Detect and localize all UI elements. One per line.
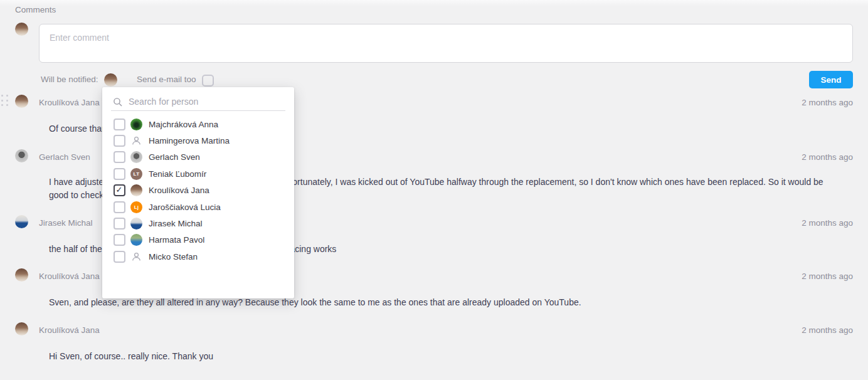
comment-timestamp: 2 months ago xyxy=(802,152,853,162)
person-checkbox[interactable] xyxy=(114,119,125,130)
person-avatar xyxy=(130,151,142,163)
search-icon xyxy=(113,97,123,110)
person-avatar xyxy=(130,234,142,246)
comment-author: Kroulíková Jana xyxy=(39,325,100,335)
person-checkbox[interactable] xyxy=(114,251,125,263)
person-avatar xyxy=(130,119,142,130)
comment-author: Jirasek Michal xyxy=(39,218,93,228)
avatar xyxy=(15,95,28,108)
person-checkbox[interactable] xyxy=(114,135,125,147)
comment-timestamp: 2 months ago xyxy=(802,325,853,335)
person-avatar-initials: Lj xyxy=(130,201,142,213)
send-email-label: Send e-mail too xyxy=(137,75,196,84)
person-item[interactable]: Majchráková Anna xyxy=(102,116,294,132)
person-name: Jirasek Michal xyxy=(149,219,203,228)
comment-author: Kroulíková Jana xyxy=(39,272,100,281)
send-button[interactable]: Send xyxy=(809,71,853,88)
person-item[interactable]: Jirasek Michal xyxy=(102,215,294,231)
person-placeholder-icon xyxy=(130,251,142,263)
comment-author: Kroulíková Jana xyxy=(39,98,100,107)
page-title: Comments xyxy=(15,5,56,14)
comment-input[interactable] xyxy=(39,24,853,63)
comment-text: Hi Sven, of course.. really nice. Thank … xyxy=(49,350,829,363)
avatar xyxy=(15,322,28,335)
person-checkbox[interactable] xyxy=(114,201,125,213)
avatar xyxy=(15,149,28,162)
will-be-notified-label: Will be notified: xyxy=(41,75,98,84)
notify-people-popup: Majchráková Anna Hamingerova Martina Ger… xyxy=(102,87,294,298)
person-avatar xyxy=(130,218,142,230)
notified-user-avatar[interactable] xyxy=(104,73,117,87)
person-item[interactable]: Micko Stefan xyxy=(102,248,294,265)
comment-author: Gerlach Sven xyxy=(39,152,90,162)
person-placeholder-icon xyxy=(130,135,142,147)
person-item[interactable]: Kroulíková Jana xyxy=(102,182,294,199)
person-item[interactable]: LT Teniak Ľubomír xyxy=(102,166,294,182)
person-item[interactable]: Hamingerova Martina xyxy=(102,132,294,149)
person-name: Jaroščiaková Lucia xyxy=(149,203,221,212)
avatar xyxy=(15,268,28,282)
person-name: Kroulíková Jana xyxy=(149,186,209,195)
person-name: Harmata Pavol xyxy=(149,235,204,245)
person-name: Majchráková Anna xyxy=(149,120,218,129)
person-name: Teniak Ľubomír xyxy=(149,169,206,179)
comment-timestamp: 2 months ago xyxy=(802,98,853,107)
person-avatar xyxy=(130,184,142,196)
search-person-input[interactable] xyxy=(127,93,280,110)
person-name: Micko Stefan xyxy=(149,252,198,261)
people-list: Majchráková Anna Hamingerova Martina Ger… xyxy=(102,116,294,265)
person-name: Gerlach Sven xyxy=(149,152,200,162)
person-checkbox[interactable] xyxy=(114,218,125,230)
person-checkbox[interactable] xyxy=(114,184,125,196)
person-avatar-initials: LT xyxy=(130,168,142,180)
search-underline xyxy=(111,110,285,111)
send-email-checkbox[interactable] xyxy=(202,75,214,87)
person-checkbox[interactable] xyxy=(114,168,125,180)
person-name: Hamingerova Martina xyxy=(149,136,230,145)
comment-timestamp: 2 months ago xyxy=(802,272,853,281)
person-item[interactable]: Lj Jaroščiaková Lucia xyxy=(102,199,294,215)
drag-handle-icon[interactable] xyxy=(1,95,8,106)
current-user-avatar xyxy=(15,23,28,36)
person-item[interactable]: Gerlach Sven xyxy=(102,149,294,166)
comment-timestamp: 2 months ago xyxy=(802,218,853,228)
person-checkbox[interactable] xyxy=(114,151,125,163)
person-checkbox[interactable] xyxy=(114,234,125,246)
person-item[interactable]: Harmata Pavol xyxy=(102,232,294,248)
avatar xyxy=(15,215,28,228)
